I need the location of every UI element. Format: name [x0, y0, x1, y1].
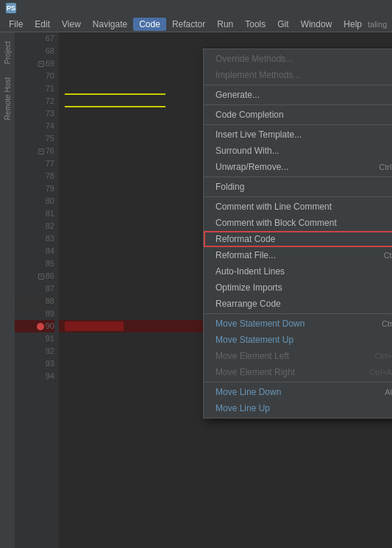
menu-rearrange-code[interactable]: Rearrange Code [204, 296, 392, 312]
menu-code-completion-label: Code Completion [215, 110, 284, 120]
editor-line-67 [59, 32, 392, 45]
gutter-line-94: 94 [15, 370, 54, 382]
menu-window[interactable]: Window [295, 18, 338, 31]
menu-git[interactable]: Git [271, 18, 294, 31]
menu-move-statement-down[interactable]: Move Statement Down Ctrl+Shift+Down [204, 316, 392, 332]
editor-gutter: 67 68 − 69 70 71 72 73 74 75 − 76 77 78 … [15, 32, 59, 548]
menu-reformat-code-label: Reformat Code [215, 234, 275, 244]
fold-icon-69[interactable]: − [38, 61, 44, 67]
menu-unwrap-remove-label: Unwrap/Remove... [215, 162, 288, 172]
separator-4 [204, 177, 392, 177]
sidebar-item-project[interactable]: Project [2, 35, 13, 70]
menu-move-line-up[interactable]: Move Line Up Alt+Shift+Up [204, 400, 392, 416]
gutter-line-85: 85 [15, 257, 54, 270]
sidebar-item-remote-host[interactable]: Remote Host [2, 71, 13, 126]
menu-optimize-imports[interactable]: Optimize Imports Ctrl+Alt+O [204, 280, 392, 296]
title-bar: PS [0, 0, 392, 16]
separator-7 [204, 382, 392, 382]
menu-bar: File Edit View Navigate Code Refactor Ru… [0, 16, 392, 32]
menu-insert-live-template[interactable]: Insert Live Template... Ctrl+J [204, 127, 392, 143]
menu-surround-with-label: Surround With... [215, 146, 279, 156]
gutter-line-90: 90 [15, 320, 54, 332]
menu-view[interactable]: View [56, 18, 87, 31]
menu-move-element-right-label: Move Element Right [215, 367, 295, 377]
menu-tools[interactable]: Tools [239, 18, 271, 31]
menu-move-element-left[interactable]: Move Element Left Ctrl+Alt+Shift+Left [204, 348, 392, 364]
gutter-line-88: 88 [15, 295, 54, 307]
menu-file[interactable]: File [3, 18, 29, 31]
separator-3 [204, 124, 392, 125]
menu-override-methods[interactable]: Override Methods... Ctrl+O [204, 51, 392, 67]
gutter-line-82: 82 [15, 220, 54, 232]
side-tabs: Project Remote Host [0, 32, 15, 548]
fold-icon-76[interactable]: − [38, 149, 44, 154]
menu-implement-methods[interactable]: Implement Methods... Ctrl+I [204, 67, 392, 83]
menu-move-line-down[interactable]: Move Line Down Alt+Shift+Down [204, 384, 392, 400]
menu-reformat-file-label: Reformat File... [215, 250, 276, 260]
squiggle-72 [65, 96, 165, 107]
menu-folding[interactable]: Folding [204, 179, 392, 195]
menu-auto-indent[interactable]: Auto-Indent Lines Ctrl+Alt+I [204, 263, 392, 280]
gutter-line-80: 80 [15, 195, 54, 207]
menu-folding-label: Folding [215, 182, 244, 192]
menu-code[interactable]: Code [133, 18, 166, 31]
fold-icon-86[interactable]: − [38, 274, 44, 280]
menu-move-statement-up-label: Move Statement Up [215, 335, 293, 345]
main-area: Project Remote Host 67 68 − 69 70 71 72 … [0, 32, 392, 548]
menu-edit[interactable]: Edit [29, 18, 56, 31]
app-icon: PS [6, 3, 16, 13]
menu-move-element-left-shortcut: Ctrl+Alt+Shift+Left [374, 352, 392, 360]
menu-unwrap-remove-shortcut: Ctrl+Shift+Delete [379, 163, 392, 171]
menu-rearrange-code-label: Rearrange Code [215, 299, 281, 309]
menu-move-statement-down-shortcut: Ctrl+Shift+Down [382, 319, 392, 328]
menu-navigate[interactable]: Navigate [87, 18, 133, 31]
gutter-line-71: 71 [15, 82, 54, 95]
gutter-line-70: 70 [15, 70, 54, 82]
gutter-line-84: 84 [15, 245, 54, 257]
menu-move-statement-up[interactable]: Move Statement Up Ctrl+Shift+Up [204, 332, 392, 348]
menu-comment-line[interactable]: Comment with Line Comment Ctrl+/ [204, 199, 392, 215]
gutter-line-83: 83 [15, 232, 54, 245]
menu-reformat-file[interactable]: Reformat File... Ctrl+Alt+Shift+L [204, 247, 392, 263]
gutter-line-92: 92 [15, 345, 54, 357]
menu-tail: taling [368, 20, 390, 29]
editor-area[interactable]: Override Methods... Ctrl+O Implement Met… [59, 32, 392, 548]
gutter-line-93: 93 [15, 357, 54, 370]
separator-5 [204, 196, 392, 197]
gutter-line-89: 89 [15, 307, 54, 320]
gutter-line-75: 75 [15, 132, 54, 145]
gutter-line-69: − 69 [15, 57, 54, 70]
menu-help[interactable]: Help [338, 18, 368, 31]
menu-move-element-right-shortcut: Ctrl+Alt+Shift+Right [369, 368, 392, 377]
separator-6 [204, 313, 392, 314]
gutter-line-76: − 76 [15, 145, 54, 157]
menu-move-line-down-shortcut: Alt+Shift+Down [385, 388, 392, 396]
separator-2 [204, 104, 392, 105]
gutter-line-81: 81 [15, 207, 54, 220]
separator-1 [204, 85, 392, 85]
menu-code-completion[interactable]: Code Completion [204, 107, 392, 123]
menu-comment-block[interactable]: Comment with Block Comment Ctrl+Shift+/ [204, 215, 392, 231]
menu-override-methods-label: Override Methods... [215, 54, 293, 64]
gutter-line-72: 72 [15, 95, 54, 107]
menu-refactor[interactable]: Refactor [166, 18, 211, 31]
menu-generate-label: Generate... [215, 90, 260, 100]
menu-move-element-right[interactable]: Move Element Right Ctrl+Alt+Shift+Right [204, 364, 392, 380]
gutter-line-68: 68 [15, 45, 54, 57]
menu-reformat-code[interactable]: Reformat Code Ctrl+Alt+L [204, 231, 392, 247]
menu-comment-block-label: Comment with Block Comment [215, 218, 337, 228]
gutter-line-86: − 86 [15, 270, 54, 282]
menu-unwrap-remove[interactable]: Unwrap/Remove... Ctrl+Shift+Delete [204, 159, 392, 175]
code-dropdown-menu: Override Methods... Ctrl+O Implement Met… [203, 49, 392, 419]
squiggle-71 [65, 83, 165, 95]
menu-generate[interactable]: Generate... Alt+Insert [204, 87, 392, 103]
menu-move-element-left-label: Move Element Left [215, 351, 289, 361]
menu-run[interactable]: Run [211, 18, 239, 31]
breakpoint-90[interactable] [37, 323, 44, 330]
gutter-line-87: 87 [15, 282, 54, 295]
menu-move-line-down-label: Move Line Down [215, 387, 281, 397]
gutter-line-78: 78 [15, 170, 54, 182]
gutter-line-73: 73 [15, 107, 54, 120]
gutter-line-67: 67 [15, 32, 54, 45]
menu-surround-with[interactable]: Surround With... Ctrl+Alt+T [204, 143, 392, 159]
